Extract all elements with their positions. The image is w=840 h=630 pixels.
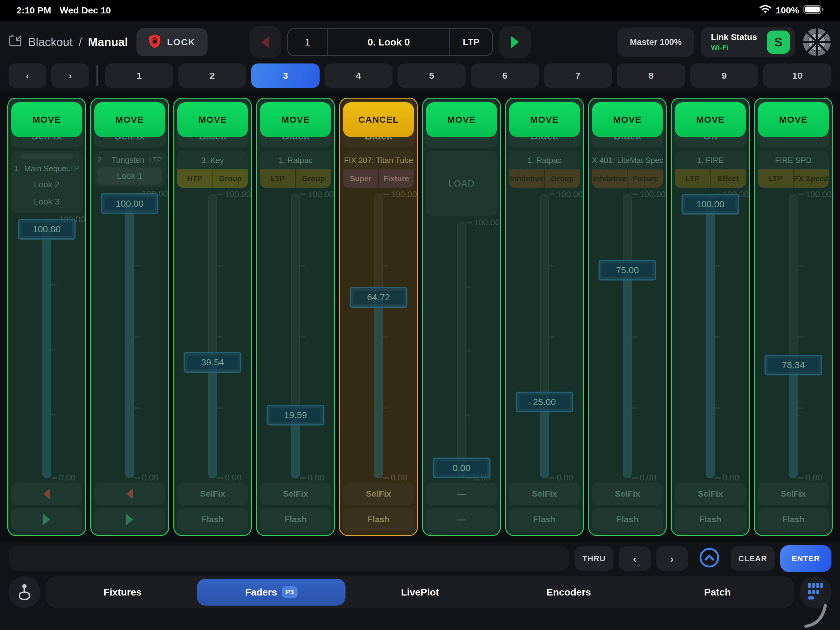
move-fader-button[interactable]: MOVE [260, 102, 331, 137]
sequence-cue-row[interactable]: 2TungstenLTP [97, 152, 162, 167]
sequence-box[interactable]: 2TungstenLTPLook 1 [94, 151, 166, 187]
fader-slider[interactable]: 100.000.0064.72 [343, 194, 415, 478]
enter-button[interactable]: ENTER [780, 545, 831, 572]
page-prev-button[interactable]: ‹ [9, 63, 46, 88]
fader-handle[interactable]: 25.00 [516, 392, 573, 412]
selfix-button[interactable]: SelFix [343, 483, 414, 505]
fader-name[interactable]: 3. Key [177, 151, 248, 169]
page-tab-10[interactable]: 10 [763, 63, 831, 88]
nav-tab-encoders[interactable]: Encoders [494, 579, 643, 606]
sequence-cue-row[interactable]: 1Main Seque...LTP [14, 161, 79, 176]
page-tab-7[interactable]: 7 [544, 63, 612, 88]
fader-handle[interactable]: 75.00 [598, 260, 656, 281]
fader-name[interactable]: 1. Ratpac [260, 151, 331, 169]
fader-handle[interactable]: 19.59 [267, 405, 324, 425]
nav-tab-faders[interactable]: FadersP3 [197, 579, 346, 606]
command-input[interactable] [9, 546, 569, 571]
page-tab-4[interactable]: 4 [324, 63, 393, 88]
look-row[interactable]: Look 1 [97, 167, 162, 185]
fader-go-button[interactable] [94, 508, 165, 531]
cue-mode[interactable]: LTP [449, 29, 492, 55]
fader-handle[interactable]: 64.72 [350, 287, 407, 308]
fader-slider[interactable]: 100.000.0075.00 [592, 194, 663, 478]
fader-slider[interactable]: 100.000.00100.00 [11, 219, 83, 478]
flash-button[interactable]: Flash [177, 508, 248, 531]
sequence-box[interactable]: 1Main Seque...LTPLook 2Look 3 [11, 151, 83, 213]
fader-slider[interactable]: 100.000.0019.59 [259, 194, 332, 478]
fader-handle[interactable]: 100.00 [101, 193, 158, 214]
selfix-button[interactable]: SelFix [758, 483, 829, 505]
flash-button[interactable]: Flash [592, 508, 663, 531]
flash-button[interactable]: Flash [675, 508, 746, 531]
look-row[interactable]: Look 2 [14, 176, 79, 193]
look-row[interactable]: Look 3 [14, 193, 79, 210]
cursor-left-button[interactable]: ‹ [619, 546, 651, 571]
flash-button[interactable]: Flash [509, 508, 580, 531]
cue-go-button[interactable] [499, 26, 531, 58]
fader-name[interactable]: FIX 207: Titan Tube [343, 151, 414, 169]
page-tab-1[interactable]: 1 [105, 63, 174, 88]
move-fader-button[interactable]: MOVE [592, 102, 663, 137]
move-fader-button[interactable]: MOVE [94, 102, 165, 137]
fader-handle[interactable]: 39.54 [184, 352, 242, 373]
settings-wheel-icon[interactable] [802, 27, 831, 57]
selfix-button[interactable]: SelFix [592, 483, 663, 505]
clear-button[interactable]: CLEAR [731, 546, 775, 571]
page-tab-9[interactable]: 9 [690, 63, 758, 88]
selfix-button[interactable]: SelFix [260, 483, 331, 505]
move-fader-button[interactable]: MOVE [426, 102, 497, 137]
fader-track[interactable] [457, 222, 466, 478]
move-fader-button[interactable]: MOVE [11, 102, 82, 137]
flash-button[interactable]: — [426, 508, 497, 531]
move-fader-button[interactable]: MOVE [509, 102, 580, 137]
fader-go-button[interactable] [11, 508, 82, 531]
page-tab-3[interactable]: 3 [251, 63, 320, 88]
current-cue-name[interactable]: 0. Look 0 [327, 29, 449, 55]
fader-name[interactable]: FIX 401: LiteMat Spec... [592, 151, 663, 169]
fader-back-button[interactable] [94, 483, 165, 505]
flash-button[interactable]: Flash [343, 508, 414, 531]
selfix-button[interactable]: — [426, 483, 497, 505]
sequence-number[interactable]: 1 [288, 29, 327, 55]
page-tab-5[interactable]: 5 [398, 63, 466, 88]
breadcrumb[interactable]: Blackout / Manual [9, 35, 128, 50]
selfix-button[interactable]: SelFix [509, 483, 580, 505]
move-fader-button[interactable]: MOVE [177, 102, 248, 137]
move-fader-button[interactable]: MOVE [758, 102, 829, 137]
joystick-button[interactable] [9, 576, 40, 608]
flash-button[interactable]: Flash [260, 508, 331, 531]
page-tab-8[interactable]: 8 [617, 63, 685, 88]
fader-name[interactable]: 1. FIRE [675, 151, 746, 169]
fader-handle[interactable]: 78.34 [764, 355, 822, 376]
fader-slider[interactable]: 100.000.000.00 [425, 222, 497, 478]
lock-button[interactable]: LOCK [136, 28, 208, 56]
move-fader-button[interactable]: MOVE [675, 102, 746, 137]
fader-handle[interactable]: 0.00 [433, 458, 491, 478]
cursor-right-button[interactable]: › [656, 546, 688, 571]
cancel-move-button[interactable]: CANCEL [343, 102, 414, 137]
fader-slider[interactable]: 100.000.0039.54 [177, 194, 249, 478]
link-status-button[interactable]: Link Status Wi-Fi S [701, 27, 795, 57]
fader-slider[interactable]: 100.000.0025.00 [508, 194, 581, 478]
master-level-button[interactable]: Master 100% [617, 27, 694, 57]
fader-name[interactable]: 1. Ratpac [509, 151, 580, 169]
page-tab-6[interactable]: 6 [471, 63, 539, 88]
nav-tab-fixtures[interactable]: Fixtures [48, 579, 197, 606]
fader-name[interactable]: FIRE SPD [758, 151, 829, 169]
fader-handle[interactable]: 100.00 [682, 194, 739, 215]
fader-slider[interactable]: 100.000.00100.00 [94, 193, 166, 478]
cue-back-button[interactable] [249, 26, 281, 58]
nav-tab-patch[interactable]: Patch [643, 579, 792, 606]
page-tab-2[interactable]: 2 [178, 63, 246, 88]
page-next-button[interactable]: › [51, 63, 89, 88]
load-slot-button[interactable]: LOAD [426, 151, 497, 216]
collapse-keypad-button[interactable] [693, 546, 725, 571]
fader-back-button[interactable] [11, 483, 82, 505]
flash-button[interactable]: Flash [758, 508, 829, 531]
selfix-button[interactable]: SelFix [177, 483, 248, 505]
cue-display[interactable]: 1 0. Look 0 LTP [287, 28, 493, 56]
nav-tab-liveplot[interactable]: LivePlot [346, 579, 494, 606]
thru-button[interactable]: THRU [575, 546, 614, 571]
fader-handle[interactable]: 100.00 [18, 219, 76, 240]
fader-slider[interactable]: 100.000.00100.00 [674, 194, 746, 478]
